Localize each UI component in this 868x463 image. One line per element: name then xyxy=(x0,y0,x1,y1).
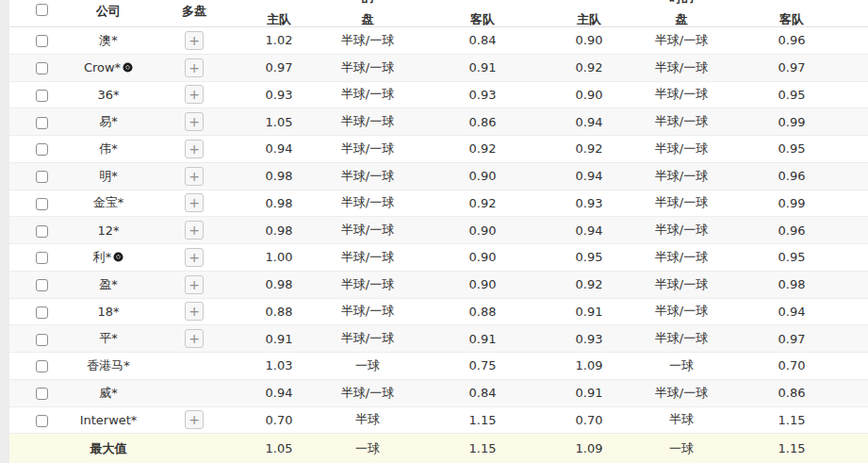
expand-button[interactable]: + xyxy=(185,275,204,294)
handicap-1: 半球/一球 xyxy=(313,249,422,266)
handicap-2: 半球/一球 xyxy=(635,330,728,347)
row-checkbox-cell xyxy=(9,358,74,372)
handicap-2: 半球/一球 xyxy=(635,249,728,266)
row-checkbox[interactable] xyxy=(36,143,48,156)
home-odds-2: 0.95 xyxy=(543,250,635,264)
max-value-label: 最大值 xyxy=(74,440,143,457)
table-row: 明* + 0.98 半球/一球 0.90 0.94 半球/一球 0.96 xyxy=(9,163,868,190)
home-odds-1: 0.94 xyxy=(245,386,313,400)
expand-button[interactable]: + xyxy=(185,85,204,104)
multi-odds-cell: + xyxy=(143,167,245,186)
row-checkbox[interactable] xyxy=(36,171,48,183)
row-checkbox-cell xyxy=(9,223,74,238)
handicap-1: 半球/一球 xyxy=(313,32,422,49)
max-value-row: 最大值 1.05 一球 1.15 1.09 一球 1.15 xyxy=(9,434,868,463)
odds-comparison-page: 的 时的 公司 多盘 主队 盘 客队 主队 盘 客队 xyxy=(0,0,868,463)
handicap-1: 半球/一球 xyxy=(313,59,422,76)
company-label: 利* xyxy=(93,250,112,264)
expand-button[interactable]: + xyxy=(185,31,204,50)
away-odds-1: 0.91 xyxy=(422,60,543,74)
away-odds-1: 0.84 xyxy=(422,386,543,400)
away-odds-1: 0.90 xyxy=(422,223,543,238)
away-odds-1: 0.90 xyxy=(422,169,543,183)
company-cell: 伟* xyxy=(74,141,143,157)
home-odds-1: 0.70 xyxy=(245,413,313,427)
home-odds-2: 1.09 xyxy=(543,358,635,372)
soccer-ball-icon xyxy=(123,62,133,73)
multi-odds-cell: + xyxy=(143,193,245,212)
row-checkbox[interactable] xyxy=(36,252,48,264)
table-row: 威* + 0.94 半球/一球 0.84 0.91 半球/一球 0.86 xyxy=(9,380,868,407)
multi-odds-cell: + xyxy=(143,329,245,348)
company-label: 威* xyxy=(99,386,118,400)
home-odds-2: 0.92 xyxy=(543,141,635,156)
table-row: 36* + 0.93 半球/一球 0.93 0.90 半球/一球 0.95 xyxy=(9,82,868,109)
multi-odds-cell: + xyxy=(143,112,245,131)
away-odds-1: 0.75 xyxy=(422,358,543,372)
away-odds-2: 0.96 xyxy=(728,33,856,47)
company-label: 12* xyxy=(97,223,119,238)
expand-button[interactable]: + xyxy=(185,58,204,77)
table-row: 12* + 0.98 半球/一球 0.90 0.94 半球/一球 0.96 xyxy=(9,217,868,244)
table-header: 的 时的 公司 多盘 主队 盘 客队 主队 盘 客队 xyxy=(9,0,868,27)
max-home-odds-1: 1.05 xyxy=(245,441,313,455)
multi-odds-cell: + xyxy=(143,31,245,50)
expand-button[interactable]: + xyxy=(185,302,204,321)
row-checkbox[interactable] xyxy=(36,360,48,372)
home-odds-1: 0.98 xyxy=(245,277,313,291)
group1-header-fragment: 的 xyxy=(313,0,422,4)
company-cell: 澳* xyxy=(74,32,143,49)
away-odds-2: 0.95 xyxy=(728,88,856,102)
row-checkbox[interactable] xyxy=(36,388,48,400)
row-checkbox-cell xyxy=(9,115,74,129)
home-odds-1: 0.98 xyxy=(245,196,313,210)
row-checkbox[interactable] xyxy=(36,62,48,74)
handicap-2: 半球/一球 xyxy=(635,86,728,103)
handicap-2: 半球/一球 xyxy=(635,32,728,49)
away-odds-1: 1.15 xyxy=(422,413,543,427)
row-checkbox-cell xyxy=(9,33,74,47)
expand-button[interactable]: + xyxy=(185,410,204,429)
home-odds-1: 0.94 xyxy=(245,141,313,156)
handicap-2: 半球/一球 xyxy=(635,141,728,157)
company-cell: 盈* xyxy=(74,276,143,293)
row-checkbox-cell xyxy=(9,169,74,183)
table-row: 金宝* + 0.98 半球/一球 0.92 0.93 半球/一球 0.99 xyxy=(9,190,868,218)
max-away-odds-2: 1.15 xyxy=(728,441,856,455)
expand-button[interactable]: + xyxy=(185,248,204,267)
expand-button[interactable]: + xyxy=(185,167,204,186)
row-checkbox[interactable] xyxy=(36,334,48,346)
company-cell: 明* xyxy=(74,168,143,185)
select-all-checkbox[interactable] xyxy=(36,4,48,16)
home-odds-1: 0.91 xyxy=(245,332,313,346)
row-checkbox-cell xyxy=(9,88,74,102)
away-odds-2: 0.96 xyxy=(728,223,856,238)
row-checkbox[interactable] xyxy=(36,90,48,102)
row-checkbox[interactable] xyxy=(36,35,48,47)
company-label: 盈* xyxy=(99,277,118,291)
table-row: 香港马* + 1.03 一球 0.75 1.09 一球 0.70 xyxy=(9,353,868,380)
row-checkbox[interactable] xyxy=(36,415,48,427)
company-label: 香港马* xyxy=(87,358,130,372)
away-odds-2: 0.95 xyxy=(728,250,856,264)
expand-button[interactable]: + xyxy=(185,140,204,158)
expand-button[interactable]: + xyxy=(185,329,204,348)
row-checkbox[interactable] xyxy=(36,225,48,238)
row-checkbox[interactable] xyxy=(36,198,48,210)
table-row: 盈* + 0.98 半球/一球 0.90 0.92 半球/一球 0.98 xyxy=(9,272,868,299)
home-odds-2: 0.93 xyxy=(543,196,635,210)
table-row: Crow* + 0.97 半球/一球 0.91 0.92 半球/一球 0.97 xyxy=(9,55,868,82)
company-cell: 易* xyxy=(74,113,143,130)
row-checkbox-cell xyxy=(9,413,74,427)
row-checkbox[interactable] xyxy=(36,279,48,291)
company-label: Crow* xyxy=(84,60,121,74)
away-odds-2: 0.95 xyxy=(728,141,856,156)
row-checkbox-cell xyxy=(9,386,74,400)
expand-button[interactable]: + xyxy=(185,112,204,131)
expand-button[interactable]: + xyxy=(185,221,204,240)
table-row: 18* + 0.88 半球/一球 0.88 0.91 半球/一球 0.94 xyxy=(9,299,868,326)
row-checkbox[interactable] xyxy=(36,117,48,129)
expand-button[interactable]: + xyxy=(185,193,204,212)
row-checkbox-cell xyxy=(9,305,74,319)
row-checkbox[interactable] xyxy=(36,306,48,319)
